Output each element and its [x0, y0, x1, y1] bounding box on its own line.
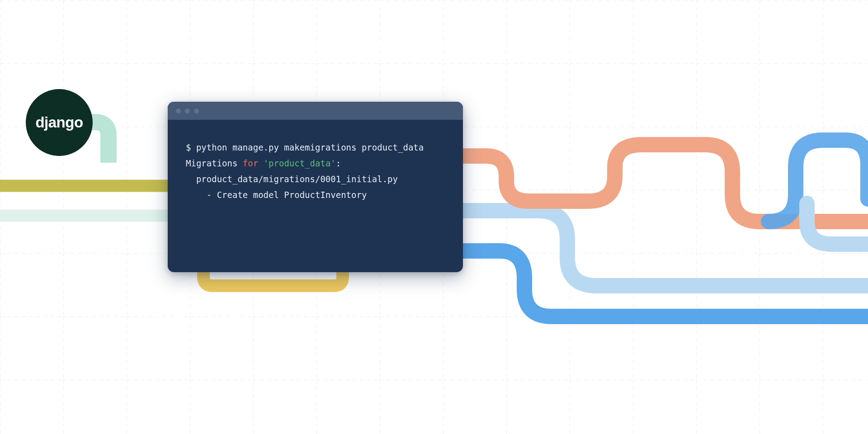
terminal-body: $ python manage.py makemigrations produc… — [168, 120, 463, 223]
django-logo-text: django — [35, 114, 83, 131]
traffic-light-minimize-icon — [185, 108, 190, 113]
terminal-window: $ python manage.py makemigrations produc… — [168, 102, 463, 272]
terminal-keyword-for: for — [243, 158, 258, 168]
django-logo-badge: django — [26, 89, 93, 156]
terminal-line-4: - Create model ProductInventory — [186, 190, 367, 200]
terminal-line-2-prefix: Migrations — [186, 158, 243, 168]
terminal-line-1: $ python manage.py makemigrations produc… — [186, 142, 424, 152]
terminal-line-3: product_data/migrations/0001_initial.py — [186, 174, 398, 184]
traffic-light-zoom-icon — [194, 108, 199, 113]
terminal-string-literal: 'product_data' — [264, 158, 336, 168]
traffic-light-close-icon — [176, 108, 181, 113]
terminal-titlebar — [168, 102, 463, 120]
